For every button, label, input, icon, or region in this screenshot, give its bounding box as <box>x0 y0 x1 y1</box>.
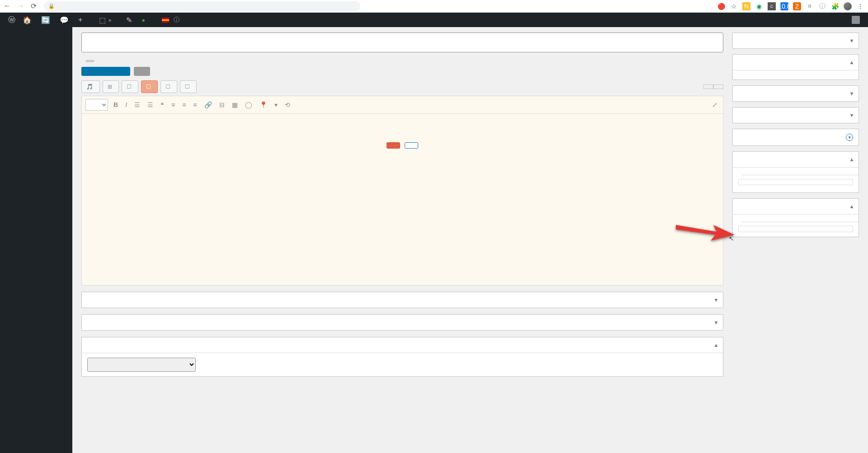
access-button[interactable]: ☐ <box>180 80 197 93</box>
chevron-up-icon: ▴ <box>850 59 853 65</box>
theme-options-link[interactable] <box>151 13 158 27</box>
number-list-icon[interactable]: ☰ <box>146 100 155 109</box>
gutenberg-editor-tab[interactable] <box>134 67 150 76</box>
cat-prof-most-used-tab[interactable] <box>742 168 751 175</box>
visual-tab[interactable] <box>703 84 713 89</box>
custom-fields-header[interactable]: ▾ <box>82 315 723 330</box>
link-icon[interactable]: 🔗 <box>203 100 214 109</box>
chevron-down-icon: ▾ <box>846 134 853 141</box>
url-bar[interactable]: 🔒 <box>44 1 360 11</box>
quote-icon[interactable]: ❝ <box>159 100 166 109</box>
cat-emp-box: ▴ <box>732 198 859 237</box>
circle-icon[interactable]: ◯ <box>243 100 254 109</box>
comments-link[interactable]: 💬 <box>56 13 75 27</box>
grupo-campo-header[interactable]: ▾ <box>82 292 723 308</box>
cat-prof-all-tab[interactable] <box>733 168 742 175</box>
toolset-forms-button[interactable]: ☐ <box>160 80 177 93</box>
ext-icon-square[interactable]: C <box>768 2 776 10</box>
chevron-up-icon: ▴ <box>715 342 717 348</box>
insert-popup-button[interactable]: ⊞ <box>103 80 119 93</box>
publish-box: ▾ <box>732 107 859 123</box>
bullet-list-icon[interactable]: ☰ <box>132 100 142 109</box>
reload-icon[interactable]: ⟳ <box>31 2 37 10</box>
ext-icon-info[interactable]: ⓘ <box>818 2 826 10</box>
cat-prof-header[interactable]: ▴ <box>733 152 859 167</box>
ext-icon-blue[interactable]: 10.8 <box>780 2 788 10</box>
ext-icon[interactable]: 🔴 <box>717 2 725 10</box>
wp-admin-bar: ⓦ 🏠 🔄 💬 + ⬚● ✎ ● ⓘ <box>0 13 868 27</box>
permalink-row <box>84 56 723 62</box>
ext-icon-grid[interactable]: ⌗ <box>806 2 814 10</box>
updates-link[interactable]: 🔄 <box>38 13 56 27</box>
howdy-link[interactable] <box>844 16 863 24</box>
layout-icon: ☐ <box>146 84 151 90</box>
language-box: ▾ <box>732 33 859 49</box>
publish-header[interactable]: ▾ <box>733 107 859 123</box>
site-link[interactable]: 🏠 <box>19 13 38 27</box>
pin-icon[interactable]: 📍 <box>258 100 269 109</box>
align-center-icon[interactable]: ≡ <box>180 100 188 109</box>
chevron-down-icon: ▾ <box>850 37 853 44</box>
lock-icon: 🔒 <box>48 3 55 9</box>
forward-icon[interactable]: → <box>17 2 24 10</box>
kleo-dropdown[interactable]: ▾ <box>273 100 279 109</box>
tinymce-toolbar: B I ☰ ☰ ❝ ≡ ≡ ≡ 🔗 ⊟ ▦ ◯ 📍 ▾ ⟲ ⤢ <box>81 96 723 114</box>
author-header[interactable]: ▴ <box>82 337 723 353</box>
csshero-link[interactable]: ✎ <box>123 13 138 27</box>
ext-icon-grammarly[interactable]: ◉ <box>755 2 763 10</box>
ext-icon-blue2[interactable]: 2 <box>793 2 801 10</box>
template-layout-header[interactable]: ▾ <box>733 86 859 101</box>
content-layout-button[interactable]: ☐ <box>141 80 158 93</box>
postgroup-box: ▴ <box>732 54 859 80</box>
user-avatar-icon <box>852 16 860 24</box>
edit-layout-button[interactable] <box>387 142 400 149</box>
grupo-campo-box: ▾ <box>81 292 723 308</box>
more-icon[interactable]: ⊟ <box>217 100 226 109</box>
bookmark-icon[interactable]: ☆ <box>730 2 738 10</box>
format-select[interactable] <box>85 99 108 111</box>
italic-icon[interactable]: I <box>123 100 129 109</box>
wp-logo[interactable]: ⓦ <box>5 13 19 27</box>
access-icon: ☐ <box>185 84 190 90</box>
language-header[interactable]: ▾ <box>733 33 859 48</box>
cat-emp-header[interactable]: ▴ <box>733 199 859 214</box>
heart-tab[interactable] <box>81 67 98 76</box>
toolset-link[interactable] <box>115 13 123 27</box>
postgroup-header[interactable]: ▴ <box>733 55 859 70</box>
toolset-icon[interactable]: ⬚● <box>95 13 115 27</box>
align-right-icon[interactable]: ≡ <box>191 100 198 109</box>
add-media-button[interactable]: 🎵 <box>81 80 100 93</box>
text-tab[interactable] <box>713 84 723 89</box>
back-icon[interactable]: ← <box>4 2 11 10</box>
chevron-down-icon: ▾ <box>850 112 853 118</box>
post-title-input[interactable] <box>81 33 723 52</box>
forms-icon: ☐ <box>165 84 170 90</box>
profile-avatar[interactable] <box>844 2 852 10</box>
popup-icon: ⊞ <box>108 84 112 90</box>
ext-icon-yellow[interactable]: N <box>742 2 750 10</box>
cat-emp-list <box>738 226 853 232</box>
undo-icon[interactable]: ⟲ <box>283 100 292 109</box>
cat-prof-list <box>738 179 853 185</box>
author-select[interactable] <box>87 358 196 372</box>
fields-views-button[interactable]: ☐ <box>122 80 138 93</box>
cat-prof-box: ▴ <box>732 151 859 193</box>
switch-layout-button[interactable] <box>405 142 418 149</box>
autoptimize-link[interactable]: ● <box>138 13 151 27</box>
cat-emp-most-used-tab[interactable] <box>742 215 751 222</box>
toolbar-toggle-icon[interactable]: ▦ <box>230 100 240 109</box>
fullscreen-icon[interactable]: ⤢ <box>710 100 719 109</box>
bold-icon[interactable]: B <box>112 100 120 109</box>
permalink-edit-button[interactable] <box>86 60 94 62</box>
lang-link[interactable]: ⓘ <box>158 13 183 27</box>
frontend-editor-tab[interactable] <box>114 67 130 76</box>
cat-guia-header[interactable]: ▾ <box>733 129 859 145</box>
new-link[interactable]: + <box>75 13 88 27</box>
annotation-arrow <box>674 216 737 244</box>
media-icon: 🎵 <box>86 84 93 90</box>
align-left-icon[interactable]: ≡ <box>170 100 177 109</box>
extensions-icon[interactable]: 🧩 <box>831 2 839 10</box>
guide-link[interactable] <box>88 13 95 27</box>
menu-icon[interactable]: ⋮ <box>856 2 864 10</box>
backend-editor-tab[interactable] <box>98 67 114 76</box>
